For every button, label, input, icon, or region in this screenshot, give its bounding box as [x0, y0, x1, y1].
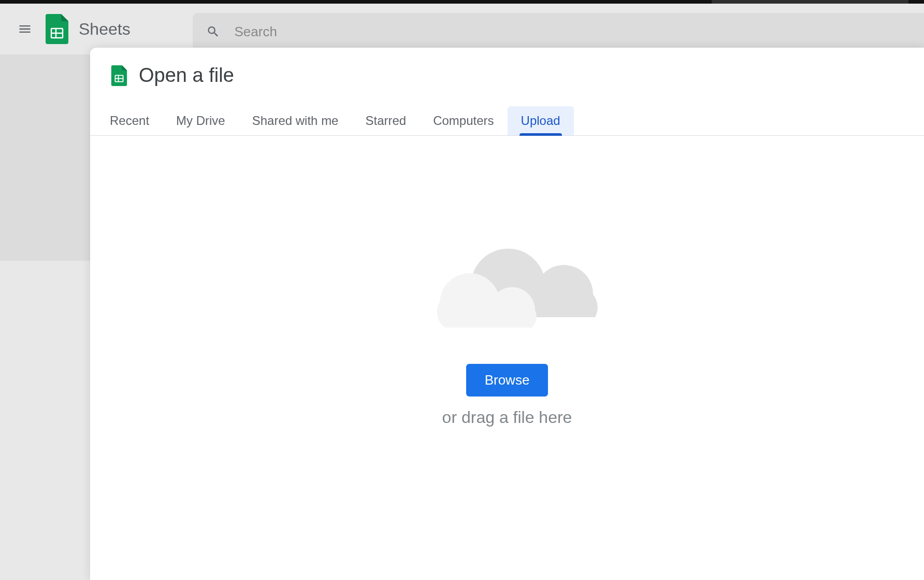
tab-starred[interactable]: Starred [352, 106, 420, 135]
drag-file-hint: or drag a file here [442, 408, 572, 427]
main-menu-button[interactable] [12, 17, 37, 41]
upload-drop-area[interactable]: Browse or drag a file here [90, 136, 924, 580]
search-bar[interactable] [193, 13, 924, 50]
browse-button[interactable]: Browse [466, 364, 548, 397]
tab-my-drive[interactable]: My Drive [163, 106, 239, 135]
search-icon [206, 24, 220, 39]
dialog-header: Open a file [90, 48, 924, 92]
cloud-upload-icon [403, 219, 611, 333]
app-title: Sheets [79, 20, 131, 39]
sheets-logo-icon [46, 14, 68, 44]
dialog-title: Open a file [139, 64, 234, 87]
tab-computers[interactable]: Computers [420, 106, 507, 135]
sheets-doc-icon [111, 65, 127, 86]
tab-upload[interactable]: Upload [508, 106, 574, 135]
tab-shared-with-me[interactable]: Shared with me [239, 106, 352, 135]
open-file-dialog: Open a file Recent My Drive Shared with … [90, 48, 924, 580]
app-header: Sheets [0, 4, 924, 54]
window-top-strip [0, 0, 924, 4]
dialog-tabs: Recent My Drive Shared with me Starred C… [90, 92, 924, 136]
hamburger-icon [18, 22, 32, 36]
search-input[interactable] [235, 24, 924, 40]
tab-recent[interactable]: Recent [96, 106, 163, 135]
